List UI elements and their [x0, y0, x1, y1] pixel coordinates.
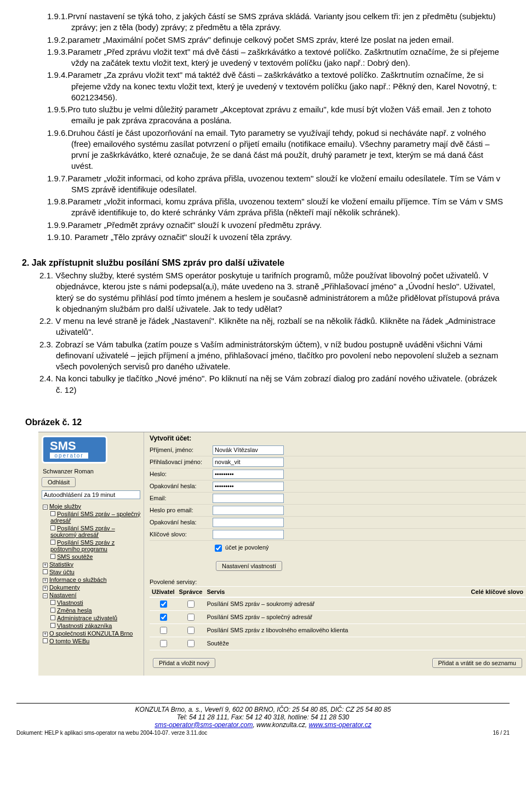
nav-sub-item[interactable]: SMS soutěže: [38, 553, 144, 561]
list-item: 1.9.5.Pro tuto službu je velmi důležitý …: [22, 104, 504, 127]
nav-item[interactable]: Stav účtu: [38, 568, 144, 576]
form-row: Heslo:: [150, 468, 525, 481]
add-and-return-button[interactable]: Přidat a vrátit se do seznamu: [432, 658, 522, 668]
document-body: 1.9.1.První nastavení se týká toho, z ja…: [0, 0, 526, 681]
doc-filename: Dokument: HELP k aplikaci sms-operator n…: [16, 730, 207, 736]
nav-sub-item[interactable]: Posílání SMS zpráv – společný adresář: [38, 510, 144, 524]
nav-sub-item[interactable]: Posílání SMS zpráv z poštovního programu: [38, 539, 144, 553]
text-input[interactable]: [213, 445, 284, 455]
list-item: 2.4. Na konci tabulky je tlačítko „Nové …: [22, 373, 504, 396]
text-input[interactable]: [213, 530, 284, 539]
list-item: 1.9.2.parametr „Maximální počet SMS zprá…: [22, 35, 504, 45]
user-checkbox[interactable]: [160, 614, 167, 621]
field-label: Přihlašovací jméno:: [150, 459, 213, 465]
text-input[interactable]: [213, 518, 284, 527]
nav-sub-item[interactable]: Změna hesla: [38, 607, 144, 614]
nav-item[interactable]: −Nastavení: [38, 591, 144, 599]
figure-caption: Obrázek č. 12: [25, 418, 504, 427]
form-row: Heslo pro email:: [150, 505, 525, 517]
list-item: 2.1. Všechny služby, které systém SMS op…: [22, 270, 504, 314]
list-item: 2.2. V menu na levé straně je řádek „Nas…: [22, 316, 504, 338]
list-item: 2.3. Zobrazí se Vám tabulka (zatím pouze…: [22, 339, 504, 373]
table-row: Posílání SMS zpráv – soukromý adresář: [150, 597, 525, 611]
add-and-new-button[interactable]: Přidat a vložit nový: [153, 658, 215, 668]
nav-item[interactable]: +Dokumenty: [38, 584, 144, 591]
page-number: 16 / 21: [493, 730, 510, 736]
form-row: Opakování hesla:: [150, 517, 525, 529]
set-properties-button[interactable]: Nastavení vlastností: [216, 561, 282, 571]
admin-checkbox[interactable]: [187, 601, 195, 608]
text-input[interactable]: [213, 470, 284, 479]
form-title: Vytvořit účet:: [150, 434, 525, 442]
nav-item[interactable]: +Statistiky: [38, 561, 144, 568]
nav-item[interactable]: +Informace o službách: [38, 576, 144, 584]
user-checkbox[interactable]: [160, 601, 167, 608]
account-enabled-label: účet je povolený: [225, 544, 269, 551]
service-name: Posílání SMS zpráv z libovolného emailov…: [204, 624, 525, 637]
sidebar-nav: −Moje službyPosílání SMS zpráv – společn…: [38, 502, 144, 645]
text-input[interactable]: [213, 458, 284, 467]
field-label: Příjmení, jméno:: [150, 447, 213, 453]
nav-item[interactable]: +O společnosti KONZULTA Brno: [38, 630, 144, 637]
services-table: Uživatel Správce Servis Celé klíčové slo…: [150, 586, 525, 650]
allowed-services-label: Povolené servisy:: [150, 579, 525, 585]
main-panel: Vytvořit účet: Příjmení, jméno:Přihlašov…: [144, 432, 526, 676]
col-admin: Správce: [177, 586, 205, 597]
admin-checkbox[interactable]: [187, 614, 195, 621]
footer-url[interactable]: www.sms-operator.cz: [308, 721, 371, 729]
sms-operator-logo: SMS operator: [42, 436, 107, 464]
sidebar: SMS operator Schwanzer Roman Odhlásit Au…: [38, 432, 144, 676]
col-keyword: Celé klíčové slovo: [296, 586, 525, 597]
page-footer: KONZULTA Brno, a. s., Veveří 9, 602 00 B…: [16, 703, 510, 741]
list-item: 1.9.4.Parametr „Za zprávu vložit text" m…: [22, 70, 504, 103]
table-row: Soutěže: [150, 637, 525, 650]
embedded-app-screenshot: SMS operator Schwanzer Roman Odhlásit Au…: [38, 432, 526, 676]
list-item: 1.9.7.Parametr „vložit informaci, od koh…: [22, 173, 504, 196]
table-row: Posílání SMS zpráv z libovolného emailov…: [150, 624, 525, 637]
user-checkbox[interactable]: [160, 640, 167, 647]
field-label: Email:: [150, 495, 213, 501]
footer-line-3: sms-operator@sms-operator.com, www.konzu…: [16, 721, 510, 729]
nav-sub-item[interactable]: Vlastnosti: [38, 599, 144, 607]
text-input[interactable]: [213, 506, 284, 515]
list-item: 1.9.9.Parametr „Předmět zprávy označit" …: [22, 220, 504, 231]
field-label: Opakování hesla:: [150, 483, 213, 489]
auto-logout-field: Autoodhlášení za 19 minut: [42, 490, 140, 499]
nav-sub-item[interactable]: Administrace uživatelů: [38, 614, 144, 622]
form-row: Opakování hesla:: [150, 481, 525, 493]
section-2-heading: 2. Jak zpřístupnit službu posílání SMS z…: [22, 258, 504, 268]
list-item: 1.9.6.Druhou částí je část upozorňování …: [22, 128, 504, 172]
service-name: Posílání SMS zpráv – společný adresář: [204, 610, 525, 624]
logout-button[interactable]: Odhlásit: [42, 477, 76, 487]
text-input[interactable]: [213, 494, 284, 503]
form-row: Email:: [150, 493, 525, 505]
user-checkbox[interactable]: [160, 627, 167, 634]
table-row: Posílání SMS zpráv – společný adresář: [150, 610, 525, 624]
col-user: Uživatel: [150, 586, 177, 597]
section-1-list: 1.9.1.První nastavení se týká toho, z ja…: [22, 11, 504, 243]
footer-email[interactable]: sms-operator@sms-operator.com: [155, 721, 253, 729]
footer-line-2: Tel: 54 11 28 111, Fax: 54 12 40 318, ho…: [16, 713, 510, 721]
field-label: Klíčové slovo:: [150, 531, 213, 537]
form-row: Přihlašovací jméno:: [150, 456, 525, 468]
list-item: 1.9.3.Parametr „Před zprávu vložit text"…: [22, 47, 504, 69]
field-label: Opakování hesla:: [150, 519, 213, 525]
service-name: Posílání SMS zpráv – soukromý adresář: [204, 597, 525, 611]
list-item: 1.9.8.Parametr „vložit informaci, komu z…: [22, 196, 504, 219]
account-enabled-checkbox[interactable]: [215, 545, 222, 552]
section-2-list: 2.1. Všechny služby, které systém SMS op…: [22, 270, 504, 396]
nav-item[interactable]: O tomto WEBu: [38, 637, 144, 645]
admin-checkbox[interactable]: [187, 627, 195, 634]
logged-user-name: Schwanzer Roman: [38, 466, 144, 475]
nav-my-services[interactable]: −Moje služby: [38, 502, 144, 510]
nav-sub-item[interactable]: Vlastnosti zákazníka: [38, 622, 144, 630]
col-service: Servis: [204, 586, 295, 597]
field-label: Heslo:: [150, 471, 213, 477]
list-item: 1.9.10. Parametr „Tělo zprávy označit" s…: [22, 232, 504, 243]
nav-sub-item[interactable]: Posílání SMS zpráv – soukromý adresář: [38, 524, 144, 539]
admin-checkbox[interactable]: [187, 640, 195, 647]
form-row: Klíčové slovo:: [150, 529, 525, 541]
field-label: Heslo pro email:: [150, 507, 213, 513]
footer-line-1: KONZULTA Brno, a. s., Veveří 9, 602 00 B…: [16, 706, 510, 713]
text-input[interactable]: [213, 482, 284, 491]
